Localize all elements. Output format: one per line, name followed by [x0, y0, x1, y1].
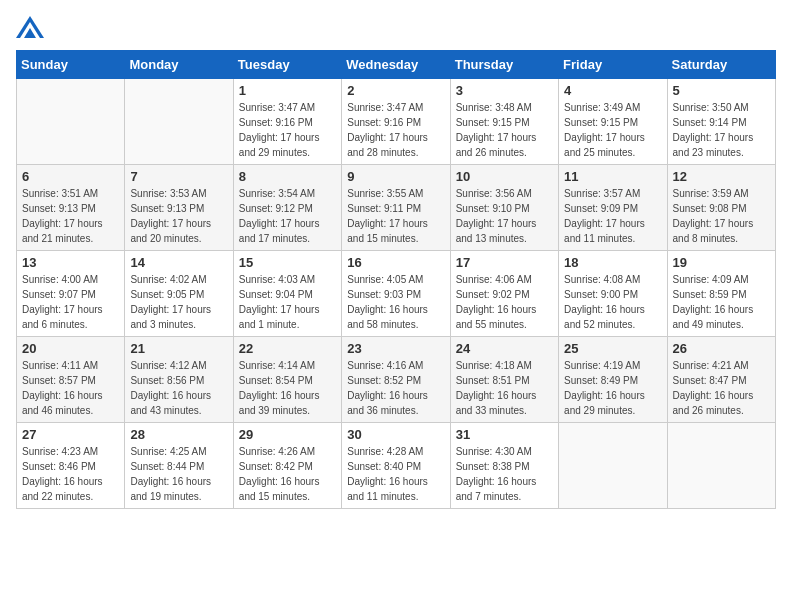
day-info: Sunrise: 4:18 AM Sunset: 8:51 PM Dayligh… — [456, 358, 553, 418]
calendar-cell: 15Sunrise: 4:03 AM Sunset: 9:04 PM Dayli… — [233, 251, 341, 337]
page-header — [16, 16, 776, 38]
day-number: 17 — [456, 255, 553, 270]
calendar-cell: 25Sunrise: 4:19 AM Sunset: 8:49 PM Dayli… — [559, 337, 667, 423]
logo — [16, 16, 48, 38]
calendar-cell: 7Sunrise: 3:53 AM Sunset: 9:13 PM Daylig… — [125, 165, 233, 251]
day-info: Sunrise: 3:54 AM Sunset: 9:12 PM Dayligh… — [239, 186, 336, 246]
calendar-cell: 5Sunrise: 3:50 AM Sunset: 9:14 PM Daylig… — [667, 79, 775, 165]
weekday-header-monday: Monday — [125, 51, 233, 79]
calendar-cell: 2Sunrise: 3:47 AM Sunset: 9:16 PM Daylig… — [342, 79, 450, 165]
day-info: Sunrise: 4:08 AM Sunset: 9:00 PM Dayligh… — [564, 272, 661, 332]
day-number: 13 — [22, 255, 119, 270]
day-number: 19 — [673, 255, 770, 270]
day-number: 12 — [673, 169, 770, 184]
calendar-cell: 18Sunrise: 4:08 AM Sunset: 9:00 PM Dayli… — [559, 251, 667, 337]
day-number: 2 — [347, 83, 444, 98]
day-number: 28 — [130, 427, 227, 442]
calendar-cell — [667, 423, 775, 509]
calendar-cell: 8Sunrise: 3:54 AM Sunset: 9:12 PM Daylig… — [233, 165, 341, 251]
calendar-week-5: 27Sunrise: 4:23 AM Sunset: 8:46 PM Dayli… — [17, 423, 776, 509]
day-info: Sunrise: 3:59 AM Sunset: 9:08 PM Dayligh… — [673, 186, 770, 246]
day-info: Sunrise: 4:12 AM Sunset: 8:56 PM Dayligh… — [130, 358, 227, 418]
day-number: 20 — [22, 341, 119, 356]
day-number: 22 — [239, 341, 336, 356]
day-info: Sunrise: 4:09 AM Sunset: 8:59 PM Dayligh… — [673, 272, 770, 332]
day-number: 18 — [564, 255, 661, 270]
weekday-header-thursday: Thursday — [450, 51, 558, 79]
day-number: 1 — [239, 83, 336, 98]
day-number: 7 — [130, 169, 227, 184]
day-info: Sunrise: 3:55 AM Sunset: 9:11 PM Dayligh… — [347, 186, 444, 246]
calendar-cell: 3Sunrise: 3:48 AM Sunset: 9:15 PM Daylig… — [450, 79, 558, 165]
day-number: 8 — [239, 169, 336, 184]
calendar-table: SundayMondayTuesdayWednesdayThursdayFrid… — [16, 50, 776, 509]
calendar-cell: 11Sunrise: 3:57 AM Sunset: 9:09 PM Dayli… — [559, 165, 667, 251]
calendar-cell — [125, 79, 233, 165]
day-info: Sunrise: 3:56 AM Sunset: 9:10 PM Dayligh… — [456, 186, 553, 246]
calendar-cell: 19Sunrise: 4:09 AM Sunset: 8:59 PM Dayli… — [667, 251, 775, 337]
day-number: 27 — [22, 427, 119, 442]
day-number: 6 — [22, 169, 119, 184]
calendar-header: SundayMondayTuesdayWednesdayThursdayFrid… — [17, 51, 776, 79]
day-info: Sunrise: 3:51 AM Sunset: 9:13 PM Dayligh… — [22, 186, 119, 246]
day-number: 5 — [673, 83, 770, 98]
day-number: 10 — [456, 169, 553, 184]
calendar-cell: 22Sunrise: 4:14 AM Sunset: 8:54 PM Dayli… — [233, 337, 341, 423]
calendar-cell: 16Sunrise: 4:05 AM Sunset: 9:03 PM Dayli… — [342, 251, 450, 337]
calendar-cell — [559, 423, 667, 509]
calendar-cell: 17Sunrise: 4:06 AM Sunset: 9:02 PM Dayli… — [450, 251, 558, 337]
day-number: 26 — [673, 341, 770, 356]
day-info: Sunrise: 4:23 AM Sunset: 8:46 PM Dayligh… — [22, 444, 119, 504]
calendar-cell: 13Sunrise: 4:00 AM Sunset: 9:07 PM Dayli… — [17, 251, 125, 337]
day-info: Sunrise: 4:25 AM Sunset: 8:44 PM Dayligh… — [130, 444, 227, 504]
calendar-cell: 12Sunrise: 3:59 AM Sunset: 9:08 PM Dayli… — [667, 165, 775, 251]
day-info: Sunrise: 4:00 AM Sunset: 9:07 PM Dayligh… — [22, 272, 119, 332]
calendar-cell: 23Sunrise: 4:16 AM Sunset: 8:52 PM Dayli… — [342, 337, 450, 423]
calendar-cell: 31Sunrise: 4:30 AM Sunset: 8:38 PM Dayli… — [450, 423, 558, 509]
day-number: 9 — [347, 169, 444, 184]
day-number: 25 — [564, 341, 661, 356]
calendar-cell: 24Sunrise: 4:18 AM Sunset: 8:51 PM Dayli… — [450, 337, 558, 423]
calendar-cell: 14Sunrise: 4:02 AM Sunset: 9:05 PM Dayli… — [125, 251, 233, 337]
weekday-header-wednesday: Wednesday — [342, 51, 450, 79]
day-number: 31 — [456, 427, 553, 442]
day-info: Sunrise: 3:49 AM Sunset: 9:15 PM Dayligh… — [564, 100, 661, 160]
calendar-cell: 28Sunrise: 4:25 AM Sunset: 8:44 PM Dayli… — [125, 423, 233, 509]
calendar-cell: 29Sunrise: 4:26 AM Sunset: 8:42 PM Dayli… — [233, 423, 341, 509]
weekday-header-tuesday: Tuesday — [233, 51, 341, 79]
day-number: 29 — [239, 427, 336, 442]
weekday-header-sunday: Sunday — [17, 51, 125, 79]
calendar-week-1: 1Sunrise: 3:47 AM Sunset: 9:16 PM Daylig… — [17, 79, 776, 165]
day-info: Sunrise: 4:19 AM Sunset: 8:49 PM Dayligh… — [564, 358, 661, 418]
day-info: Sunrise: 4:16 AM Sunset: 8:52 PM Dayligh… — [347, 358, 444, 418]
day-info: Sunrise: 4:28 AM Sunset: 8:40 PM Dayligh… — [347, 444, 444, 504]
day-number: 15 — [239, 255, 336, 270]
day-info: Sunrise: 4:11 AM Sunset: 8:57 PM Dayligh… — [22, 358, 119, 418]
day-info: Sunrise: 4:21 AM Sunset: 8:47 PM Dayligh… — [673, 358, 770, 418]
calendar-week-3: 13Sunrise: 4:00 AM Sunset: 9:07 PM Dayli… — [17, 251, 776, 337]
day-info: Sunrise: 4:14 AM Sunset: 8:54 PM Dayligh… — [239, 358, 336, 418]
day-info: Sunrise: 4:26 AM Sunset: 8:42 PM Dayligh… — [239, 444, 336, 504]
calendar-cell: 6Sunrise: 3:51 AM Sunset: 9:13 PM Daylig… — [17, 165, 125, 251]
weekday-header-saturday: Saturday — [667, 51, 775, 79]
calendar-cell: 9Sunrise: 3:55 AM Sunset: 9:11 PM Daylig… — [342, 165, 450, 251]
calendar-cell: 26Sunrise: 4:21 AM Sunset: 8:47 PM Dayli… — [667, 337, 775, 423]
day-info: Sunrise: 3:53 AM Sunset: 9:13 PM Dayligh… — [130, 186, 227, 246]
day-number: 3 — [456, 83, 553, 98]
day-number: 16 — [347, 255, 444, 270]
day-number: 30 — [347, 427, 444, 442]
day-number: 23 — [347, 341, 444, 356]
day-info: Sunrise: 4:30 AM Sunset: 8:38 PM Dayligh… — [456, 444, 553, 504]
day-info: Sunrise: 4:02 AM Sunset: 9:05 PM Dayligh… — [130, 272, 227, 332]
day-number: 11 — [564, 169, 661, 184]
day-info: Sunrise: 3:47 AM Sunset: 9:16 PM Dayligh… — [239, 100, 336, 160]
day-info: Sunrise: 3:48 AM Sunset: 9:15 PM Dayligh… — [456, 100, 553, 160]
day-number: 21 — [130, 341, 227, 356]
calendar-week-4: 20Sunrise: 4:11 AM Sunset: 8:57 PM Dayli… — [17, 337, 776, 423]
day-number: 14 — [130, 255, 227, 270]
calendar-cell: 30Sunrise: 4:28 AM Sunset: 8:40 PM Dayli… — [342, 423, 450, 509]
day-info: Sunrise: 3:47 AM Sunset: 9:16 PM Dayligh… — [347, 100, 444, 160]
calendar-cell: 20Sunrise: 4:11 AM Sunset: 8:57 PM Dayli… — [17, 337, 125, 423]
day-info: Sunrise: 4:06 AM Sunset: 9:02 PM Dayligh… — [456, 272, 553, 332]
day-info: Sunrise: 3:57 AM Sunset: 9:09 PM Dayligh… — [564, 186, 661, 246]
